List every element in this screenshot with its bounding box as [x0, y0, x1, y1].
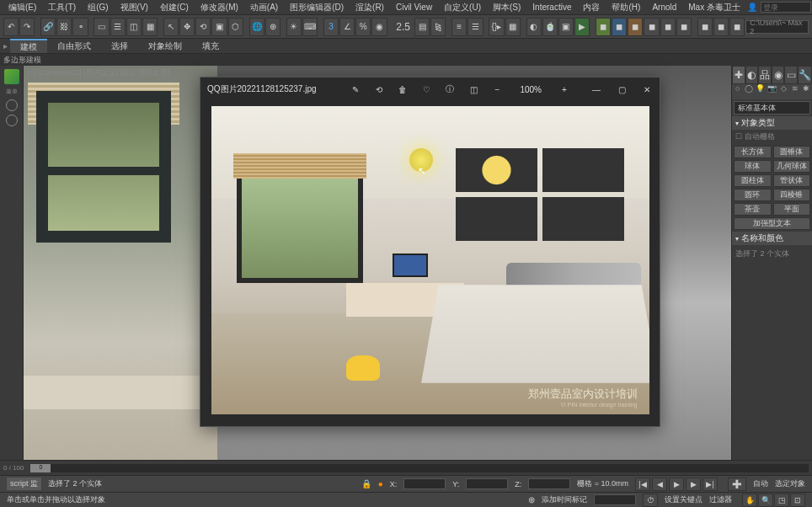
frame-input[interactable]: [594, 494, 636, 505]
align-button[interactable]: ≡: [451, 18, 467, 36]
menu-arnold[interactable]: Arnold: [647, 2, 681, 13]
keyboard-button[interactable]: ⌨: [302, 18, 318, 36]
scale-button[interactable]: ▣: [211, 18, 227, 36]
unlink-button[interactable]: ⛓: [56, 18, 72, 36]
menu-interactive[interactable]: Interactive: [527, 2, 576, 13]
link-button[interactable]: 🔗: [40, 18, 56, 36]
auto-grid-checkbox[interactable]: ☐ 自动栅格: [732, 130, 812, 144]
key-filter-button[interactable]: 过滤器: [709, 494, 732, 505]
ribbon-tab-populate[interactable]: 填充: [192, 39, 229, 53]
menu-edit[interactable]: 编辑(E): [3, 1, 41, 14]
menu-script[interactable]: 脚本(S): [488, 1, 526, 14]
x-input[interactable]: [403, 478, 446, 489]
schematic-button[interactable]: ▦: [505, 18, 521, 36]
prev-frame-button[interactable]: ◀: [652, 478, 667, 491]
pivot-button[interactable]: ⊕: [265, 18, 280, 36]
placement-button[interactable]: ⬡: [228, 18, 243, 36]
tool-h[interactable]: ◼: [713, 18, 729, 36]
cone-button[interactable]: 圆锥体: [773, 146, 811, 158]
tool-g[interactable]: ◼: [697, 18, 713, 36]
select-region-button[interactable]: ◫: [126, 18, 142, 36]
torus-button[interactable]: 圆环: [734, 189, 772, 201]
fov-button[interactable]: ◳: [774, 494, 789, 507]
textplus-button[interactable]: 加强型文本: [734, 217, 810, 230]
named-sel-button[interactable]: ▤: [414, 18, 430, 36]
render-frame-button[interactable]: ▣: [558, 18, 574, 36]
pan-button[interactable]: ✋: [742, 494, 757, 507]
menu-render[interactable]: 渲染(R): [350, 1, 389, 14]
snap-button[interactable]: 3: [323, 18, 339, 36]
lights-icon[interactable]: 💡: [755, 84, 767, 99]
goto-start-button[interactable]: |◀: [635, 478, 650, 491]
ribbon-tab-paint[interactable]: 对象绘制: [138, 39, 192, 53]
primitive-dropdown[interactable]: 标准基本体: [734, 101, 810, 115]
time-config-button[interactable]: ⏱: [643, 494, 658, 507]
menu-animation[interactable]: 动画(A): [245, 1, 283, 14]
goto-end-button[interactable]: ▶|: [702, 478, 718, 491]
add-time-tag[interactable]: 添加时间标记: [542, 494, 587, 505]
isolate-icon[interactable]: ●: [378, 479, 383, 488]
motion-tab[interactable]: ◉: [772, 66, 785, 84]
cameras-icon[interactable]: 📷: [767, 84, 778, 99]
material-button[interactable]: ◐: [526, 18, 542, 36]
percent-snap-button[interactable]: %: [355, 18, 371, 36]
left-tool-1[interactable]: [6, 99, 18, 111]
menu-content[interactable]: 内容: [578, 1, 605, 14]
tool-i[interactable]: ◼: [729, 18, 745, 36]
angle-snap-button[interactable]: ∠: [339, 18, 355, 36]
menu-group[interactable]: 组(G): [83, 1, 113, 14]
geometry-icon[interactable]: ○: [732, 84, 744, 99]
favorite-icon[interactable]: ♡: [420, 83, 432, 95]
rotate-button[interactable]: ⟲: [195, 18, 211, 36]
zoom-in-icon[interactable]: +: [558, 83, 570, 95]
menu-view[interactable]: 视图(V): [115, 1, 153, 14]
redo-button[interactable]: ↷: [19, 18, 35, 36]
viewport-label[interactable]: [+] [Camera001] [用户定义] [默认明暗处理]: [27, 67, 170, 78]
cylinder-button[interactable]: 圆柱体: [734, 174, 772, 187]
maximize-icon[interactable]: ▢: [616, 83, 628, 95]
window-crossing-button[interactable]: ▦: [142, 18, 158, 36]
tool-a[interactable]: ◼: [596, 18, 611, 36]
render-button[interactable]: ▶: [574, 18, 590, 36]
menu-tools[interactable]: 工具(T): [43, 1, 81, 14]
tool-f[interactable]: ◼: [676, 18, 692, 36]
lock-icon[interactable]: 🔒: [361, 479, 371, 488]
box-button[interactable]: 长方体: [734, 146, 772, 158]
setkey-button[interactable]: 设置关键点: [665, 494, 702, 505]
tool-d[interactable]: ◼: [644, 18, 659, 36]
select-name-button[interactable]: ☰: [110, 18, 126, 36]
ribbon-expand-icon[interactable]: ▸: [0, 41, 10, 51]
sphere-button[interactable]: 球体: [734, 160, 772, 173]
menu-help[interactable]: 帮助(H): [606, 1, 645, 14]
spinner-snap-button[interactable]: ◉: [371, 18, 387, 36]
timeline-track[interactable]: 0: [30, 464, 809, 472]
info-icon[interactable]: ⓘ: [444, 83, 456, 95]
menu-graph[interactable]: 图形编辑器(D): [285, 1, 349, 14]
manipulate-button[interactable]: ☀: [286, 18, 302, 36]
close-icon[interactable]: ✕: [641, 83, 653, 95]
nav-plus[interactable]: ✚: [728, 478, 746, 491]
undo-button[interactable]: ↶: [3, 18, 19, 36]
geosphere-button[interactable]: 几何球体: [773, 160, 811, 173]
pyramid-button[interactable]: 四棱锥: [773, 189, 811, 201]
viewport-left[interactable]: [+] [Camera001] [用户定义] [默认明暗处理]: [24, 66, 217, 460]
maxscript-label[interactable]: script 监: [7, 478, 41, 490]
menu-antivirus[interactable]: Max 杀毒卫士: [683, 1, 745, 14]
mirror-button[interactable]: ⧎: [430, 18, 446, 36]
tool-c[interactable]: ◼: [628, 18, 643, 36]
delete-icon[interactable]: 🗑: [397, 83, 409, 95]
login-input[interactable]: [761, 2, 811, 13]
display-tab[interactable]: ▭: [784, 66, 798, 84]
name-color-rollout[interactable]: 名称和颜色: [732, 232, 812, 245]
menu-create[interactable]: 创建(C): [155, 1, 194, 14]
play-button[interactable]: ▶: [669, 478, 684, 491]
zoom-extents-button[interactable]: ⊡: [790, 494, 805, 507]
move-button[interactable]: ✥: [179, 18, 195, 36]
next-frame-button[interactable]: ▶: [686, 478, 701, 491]
autokey-button[interactable]: 自动: [753, 478, 768, 489]
image-viewer-window[interactable]: QQ图片20221128125237.jpg ✎ ⟲ 🗑 ♡ ⓘ ◫ − 100…: [200, 77, 660, 427]
tool-b[interactable]: ◼: [612, 18, 627, 36]
create-tab[interactable]: ✚: [732, 66, 745, 84]
bind-button[interactable]: ⚬: [72, 18, 88, 36]
timeline-marker[interactable]: 0: [30, 464, 51, 472]
